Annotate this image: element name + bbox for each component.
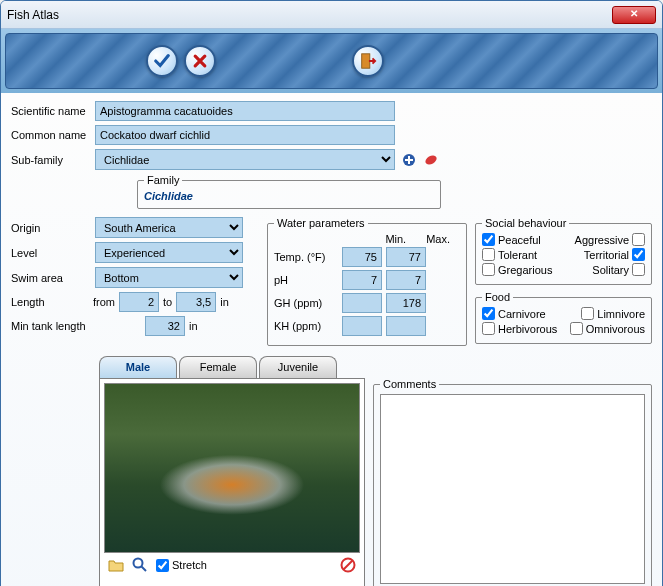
check-icon [153, 52, 171, 70]
stretch-label[interactable]: Stretch [156, 559, 207, 572]
comments-fieldset: Comments [373, 378, 652, 586]
level-select[interactable]: Experienced [95, 242, 243, 263]
ok-button[interactable] [146, 45, 178, 77]
close-button[interactable]: ✕ [612, 6, 656, 24]
peaceful-checkbox[interactable] [482, 233, 495, 246]
stretch-checkbox[interactable] [156, 559, 169, 572]
kh-min-input[interactable] [342, 316, 382, 336]
zoom-button[interactable] [132, 557, 148, 573]
svg-line-4 [142, 567, 147, 572]
cancel-button[interactable] [184, 45, 216, 77]
svg-point-2 [424, 153, 438, 166]
carnivore-checkbox[interactable] [482, 307, 495, 320]
omnivorous-checkbox[interactable] [570, 322, 583, 335]
limnivore-label[interactable]: Limnivore [581, 307, 645, 320]
ph-min-input[interactable] [342, 270, 382, 290]
kh-label: KH (ppm) [274, 320, 338, 332]
svg-rect-0 [362, 54, 370, 68]
toolbar-container [1, 29, 662, 93]
ph-label: pH [274, 274, 338, 286]
tab-juvenile[interactable]: Juvenile [259, 356, 337, 378]
aggressive-label[interactable]: Aggressive [575, 233, 645, 246]
gregarious-checkbox[interactable] [482, 263, 495, 276]
from-label: from [93, 296, 115, 308]
window-title: Fish Atlas [7, 8, 612, 22]
social-fieldset: Social behaviour Peaceful Aggressive Tol… [475, 217, 652, 285]
image-toolbar: Stretch [104, 557, 360, 573]
tab-male[interactable]: Male [99, 356, 177, 378]
omnivorous-label[interactable]: Omnivorous [570, 322, 645, 335]
kh-max-input[interactable] [386, 316, 426, 336]
clear-image-button[interactable] [340, 557, 356, 573]
aggressive-checkbox[interactable] [632, 233, 645, 246]
scientific-name-input[interactable] [95, 101, 395, 121]
limnivore-checkbox[interactable] [581, 307, 594, 320]
image-panel: Stretch [99, 378, 365, 586]
gregarious-label[interactable]: Gregarious [482, 263, 552, 276]
min-header: Min. [385, 233, 406, 245]
tab-female[interactable]: Female [179, 356, 257, 378]
x-icon [192, 53, 208, 69]
peaceful-label[interactable]: Peaceful [482, 233, 541, 246]
min-tank-label: Min tank length [11, 320, 141, 332]
scientific-name-label: Scientific name [11, 105, 89, 117]
toolbar [5, 33, 658, 89]
image-tabs: Male Female Juvenile [99, 356, 652, 378]
exit-button[interactable] [352, 45, 384, 77]
food-fieldset: Food Carnivore Limnivore Herbivorous Omn… [475, 291, 652, 344]
fish-image [104, 383, 360, 553]
swim-area-label: Swim area [11, 272, 89, 284]
plus-icon [402, 153, 416, 167]
family-value: Cichlidae [144, 190, 434, 202]
solitary-checkbox[interactable] [632, 263, 645, 276]
carnivore-label[interactable]: Carnivore [482, 307, 546, 320]
no-entry-icon [340, 557, 356, 573]
gh-max-input[interactable] [386, 293, 426, 313]
fish-atlas-window: Fish Atlas ✕ Scientific name Common n [0, 0, 663, 586]
length-label: Length [11, 296, 89, 308]
temp-max-input[interactable] [386, 247, 426, 267]
family-fieldset: Family Cichlidae [137, 174, 441, 209]
add-subfamily-button[interactable] [401, 152, 417, 168]
common-name-label: Common name [11, 129, 89, 141]
remove-subfamily-button[interactable] [423, 152, 439, 168]
open-image-button[interactable] [108, 557, 124, 573]
solitary-label[interactable]: Solitary [592, 263, 645, 276]
exit-icon [359, 52, 377, 70]
common-name-input[interactable] [95, 125, 395, 145]
tolerant-label[interactable]: Tolerant [482, 248, 537, 261]
food-legend: Food [482, 291, 513, 303]
length-to-input[interactable] [176, 292, 216, 312]
gh-min-input[interactable] [342, 293, 382, 313]
to-label: to [163, 296, 172, 308]
origin-label: Origin [11, 222, 89, 234]
tolerant-checkbox[interactable] [482, 248, 495, 261]
folder-icon [108, 558, 124, 572]
gh-label: GH (ppm) [274, 297, 338, 309]
max-header: Max. [426, 233, 450, 245]
sub-family-label: Sub-family [11, 154, 89, 166]
titlebar: Fish Atlas ✕ [1, 1, 662, 29]
origin-select[interactable]: South America [95, 217, 243, 238]
water-params-fieldset: Water parameters Min. Max. Temp. (°F) pH [267, 217, 467, 346]
form-content: Scientific name Common name Sub-family C… [1, 93, 662, 586]
social-legend: Social behaviour [482, 217, 569, 229]
herbivorous-checkbox[interactable] [482, 322, 495, 335]
herbivorous-label[interactable]: Herbivorous [482, 322, 557, 335]
svg-point-3 [134, 559, 143, 568]
svg-line-6 [344, 561, 353, 570]
swim-area-select[interactable]: Bottom [95, 267, 243, 288]
territorial-label[interactable]: Territorial [584, 248, 645, 261]
length-unit: in [220, 296, 229, 308]
water-params-legend: Water parameters [274, 217, 368, 229]
temp-label: Temp. (°F) [274, 251, 338, 263]
min-tank-input[interactable] [145, 316, 185, 336]
sub-family-select[interactable]: Cichlidae [95, 149, 395, 170]
pill-icon [424, 153, 438, 167]
ph-max-input[interactable] [386, 270, 426, 290]
length-from-input[interactable] [119, 292, 159, 312]
comments-textarea[interactable] [380, 394, 645, 584]
comments-legend: Comments [380, 378, 439, 390]
territorial-checkbox[interactable] [632, 248, 645, 261]
temp-min-input[interactable] [342, 247, 382, 267]
